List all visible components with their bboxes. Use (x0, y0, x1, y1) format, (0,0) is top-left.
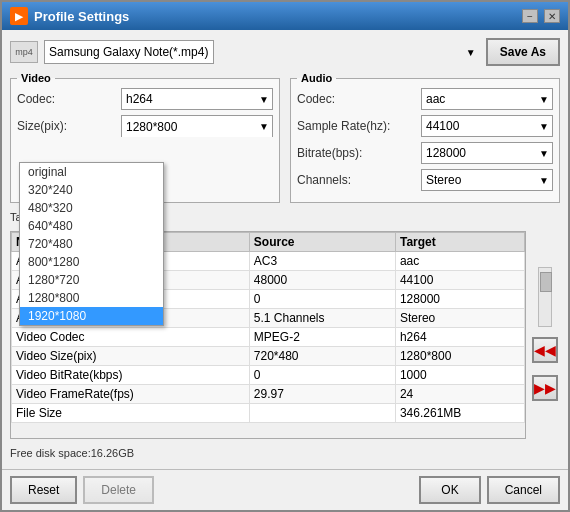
video-size-row: Size(pix): 1280*800 (17, 115, 273, 137)
table-row: File Size346.261MB (12, 404, 525, 423)
video-size-label: Size(pix): (17, 119, 117, 133)
video-codec-select-wrapper: h264 (121, 88, 273, 110)
audio-samplerate-select[interactable]: 44100 (421, 115, 553, 137)
bottom-bar: Reset Delete OK Cancel (2, 469, 568, 510)
audio-bitrate-label: Bitrate(bps): (297, 146, 417, 160)
video-codec-row: Codec: h264 (17, 88, 273, 110)
audio-samplerate-select-wrapper: 44100 (421, 115, 553, 137)
bottom-right-buttons: OK Cancel (419, 476, 560, 504)
audio-bitrate-row: Bitrate(bps): 128000 (297, 142, 553, 164)
size-option-1280x800[interactable]: 1280*800 (20, 289, 163, 307)
size-dropdown-menu: original 320*240 480*320 640*480 720*480… (19, 162, 164, 326)
size-option-1280x720[interactable]: 1280*720 (20, 271, 163, 289)
profile-row: mp4 Samsung Galaxy Note(*.mp4) Save As (10, 38, 560, 66)
profile-select-wrapper: Samsung Galaxy Note(*.mp4) (44, 40, 480, 64)
audio-codec-label: Codec: (297, 92, 417, 106)
size-option-720x480[interactable]: 720*480 (20, 235, 163, 253)
window-icon: ▶ (10, 7, 28, 25)
audio-bitrate-select[interactable]: 128000 (421, 142, 553, 164)
scrollbar-thumb[interactable] (540, 272, 552, 292)
audio-samplerate-row: Sample Rate(hz): 44100 (297, 115, 553, 137)
table-row: Video CodecMPEG-2h264 (12, 328, 525, 347)
bottom-left-buttons: Reset Delete (10, 476, 154, 504)
video-codec-select[interactable]: h264 (121, 88, 273, 110)
video-size-select-wrapper: 1280*800 (121, 115, 273, 137)
free-disk-info: Free disk space:16.26GB (10, 445, 560, 461)
main-content: mp4 Samsung Galaxy Note(*.mp4) Save As V… (2, 30, 568, 469)
delete-button[interactable]: Delete (83, 476, 154, 504)
size-option-320x240[interactable]: 320*240 (20, 181, 163, 199)
window-title: Profile Settings (34, 9, 516, 24)
ok-button[interactable]: OK (419, 476, 480, 504)
side-nav: ◀◀ ▶▶ (530, 231, 560, 439)
video-panel: Video Codec: h264 Size(pix): 1280*800 (10, 72, 280, 203)
audio-codec-select-wrapper: aac (421, 88, 553, 110)
audio-panel: Audio Codec: aac Sample Rate(hz): 44100 (290, 72, 560, 203)
prev-button[interactable]: ◀◀ (532, 337, 558, 363)
col-source-header: Source (249, 233, 395, 252)
size-option-1920x1080[interactable]: 1920*1080 (20, 307, 163, 325)
size-option-640x480[interactable]: 640*480 (20, 217, 163, 235)
table-row: Video FrameRate(fps)29.9724 (12, 385, 525, 404)
video-size-select[interactable]: 1280*800 (121, 115, 273, 137)
audio-channels-select-wrapper: Stereo (421, 169, 553, 191)
size-option-800x1280[interactable]: 800*1280 (20, 253, 163, 271)
audio-legend: Audio (297, 72, 336, 84)
size-dropdown: original 320*240 480*320 640*480 720*480… (19, 162, 164, 326)
title-bar: ▶ Profile Settings − ✕ (2, 2, 568, 30)
audio-codec-row: Codec: aac (297, 88, 553, 110)
reset-button[interactable]: Reset (10, 476, 77, 504)
col-target-header: Target (395, 233, 524, 252)
scrollbar-track (538, 267, 552, 327)
audio-channels-select[interactable]: Stereo (421, 169, 553, 191)
video-codec-label: Codec: (17, 92, 117, 106)
audio-channels-row: Channels: Stereo (297, 169, 553, 191)
audio-channels-label: Channels: (297, 173, 417, 187)
close-button[interactable]: ✕ (544, 9, 560, 23)
save-as-button[interactable]: Save As (486, 38, 560, 66)
audio-bitrate-select-wrapper: 128000 (421, 142, 553, 164)
audio-samplerate-label: Sample Rate(hz): (297, 119, 417, 133)
settings-panels: Video Codec: h264 Size(pix): 1280*800 (10, 72, 560, 203)
profile-settings-window: ▶ Profile Settings − ✕ mp4 Samsung Galax… (0, 0, 570, 512)
audio-codec-select[interactable]: aac (421, 88, 553, 110)
video-legend: Video (17, 72, 55, 84)
size-option-480x320[interactable]: 480*320 (20, 199, 163, 217)
profile-select[interactable]: Samsung Galaxy Note(*.mp4) (44, 40, 214, 64)
profile-type-icon: mp4 (10, 41, 38, 63)
minimize-button[interactable]: − (522, 9, 538, 23)
table-row: Video Size(pix)720*4801280*800 (12, 347, 525, 366)
next-button[interactable]: ▶▶ (532, 375, 558, 401)
size-option-original[interactable]: original (20, 163, 163, 181)
cancel-button[interactable]: Cancel (487, 476, 560, 504)
table-row: Video BitRate(kbps)01000 (12, 366, 525, 385)
